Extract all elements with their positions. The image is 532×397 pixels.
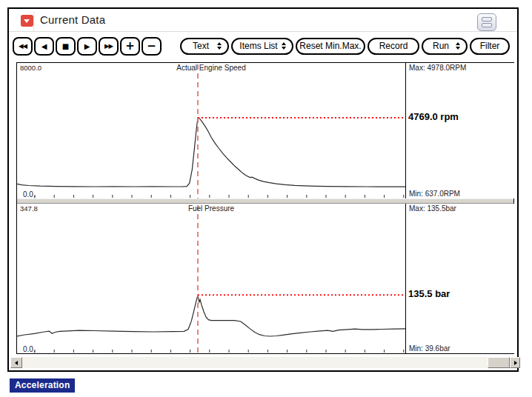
right-arrow-icon[interactable] xyxy=(510,357,520,368)
run-dropdown[interactable]: Run xyxy=(422,38,468,55)
fast-forward-button[interactable]: ▶▶ xyxy=(99,37,119,56)
chart-canvas-2 xyxy=(17,204,405,353)
titlebar-underline xyxy=(9,31,517,32)
min-value-label: Min: 637.0RPM xyxy=(409,190,460,198)
horizontal-scrollbar[interactable] xyxy=(10,357,520,368)
cursor-value-label: 4769.0 rpm xyxy=(408,111,459,122)
chart-side-panel-2: Max: 135.5bar135.5 barMin: 39.6bar xyxy=(406,204,514,353)
left-arrow-icon[interactable] xyxy=(10,357,22,368)
step-back-button[interactable]: ◀ xyxy=(34,37,54,56)
filter-label: Filter xyxy=(480,41,500,51)
play-button[interactable]: ▶ xyxy=(77,37,97,56)
chart-plot-1[interactable]: 8000.0Actual Engine Speed0.0, xyxy=(17,63,405,198)
y-scale-zero-label: 0.0, xyxy=(23,190,36,198)
reset-minmax-label: Reset Min.Max. xyxy=(299,41,361,51)
chart-plot-2[interactable]: 347.8Fuel Pressure0.0, xyxy=(17,204,405,353)
pane-bottom xyxy=(482,23,492,27)
titlebar: Current Data xyxy=(9,9,517,33)
chart-title: Actual Engine Speed xyxy=(17,64,405,72)
up-down-arrows-icon xyxy=(456,42,460,50)
stop-button[interactable]: ■ xyxy=(56,37,76,56)
red-caret-down-icon[interactable] xyxy=(21,15,33,27)
filter-button[interactable]: Filter xyxy=(470,38,510,55)
chart-side-panel-1: Max: 4978.0RPM4769.0 rpmMin: 637.0RPM xyxy=(406,63,514,198)
up-down-arrows-icon xyxy=(217,42,222,50)
chart-canvas-1 xyxy=(17,63,405,198)
chart-area: 8000.0Actual Engine Speed0.0,Max: 4978.0… xyxy=(16,62,514,354)
cursor-value-label: 135.5 bar xyxy=(408,288,450,299)
zoom-in-button[interactable]: + xyxy=(120,37,140,56)
run-label: Run xyxy=(433,41,449,51)
screen: Current Data ◀◀◀■▶▶▶+−TextItems ListRese… xyxy=(0,0,532,397)
text-mode-dropdown[interactable]: Text xyxy=(180,38,229,55)
record-button[interactable]: Record xyxy=(368,38,419,55)
current-data-window: Current Data ◀◀◀■▶▶▶+−TextItems ListRese… xyxy=(7,7,519,372)
chart-title: Fuel Pressure xyxy=(17,204,405,213)
reset-minmax-button[interactable]: Reset Min.Max. xyxy=(296,38,365,55)
chart-splitter[interactable] xyxy=(17,198,513,204)
dual-pane-icon[interactable] xyxy=(477,13,496,31)
titlebar-divider xyxy=(33,11,34,31)
window-title: Current Data xyxy=(40,13,105,26)
toolbar: ◀◀◀■▶▶▶+−TextItems ListReset Min.Max.Rec… xyxy=(13,36,514,56)
text-mode-label: Text xyxy=(193,41,209,51)
items-list-dropdown[interactable]: Items List xyxy=(231,38,293,55)
up-down-arrows-icon xyxy=(282,42,286,50)
y-scale-zero-label: 0.0, xyxy=(23,345,36,353)
record-label: Record xyxy=(379,41,408,51)
pane-top xyxy=(482,17,492,21)
items-list-label: Items List xyxy=(239,41,277,51)
min-value-label: Min: 39.6bar xyxy=(409,344,450,353)
max-value-label: Max: 135.5bar xyxy=(409,204,456,213)
zoom-out-button[interactable]: − xyxy=(142,37,162,56)
dataset-tag: Acceleration xyxy=(10,378,75,393)
max-value-label: Max: 4978.0RPM xyxy=(409,64,466,72)
rewind-button[interactable]: ◀◀ xyxy=(13,37,33,56)
scrollbar-thumb[interactable] xyxy=(488,357,510,368)
